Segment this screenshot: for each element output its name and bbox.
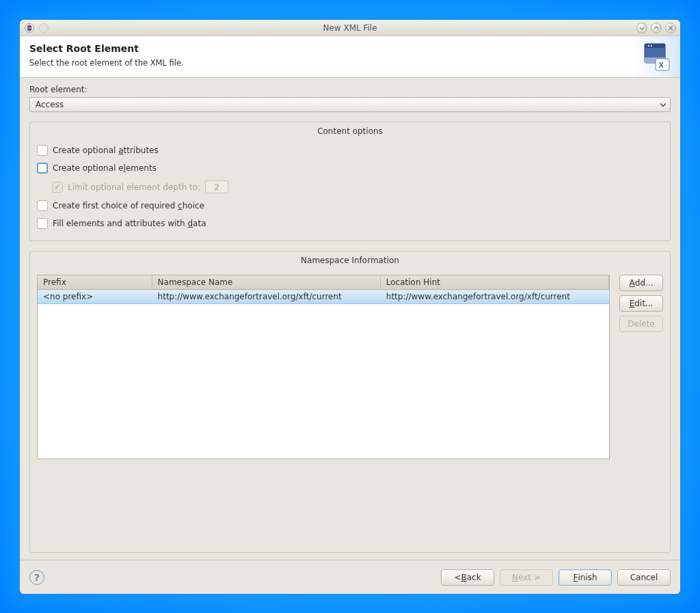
- column-header-name[interactable]: Namespace Name: [152, 275, 380, 290]
- root-element-label: Root element:: [29, 85, 671, 94]
- svg-point-6: [651, 45, 652, 46]
- close-button[interactable]: [665, 23, 676, 33]
- wizard-header: Select Root Element Select the root elem…: [20, 36, 680, 78]
- first-choice-checkbox[interactable]: [37, 200, 48, 211]
- namespace-group: Namespace Information Prefix Namespace N…: [29, 251, 671, 553]
- titlebar: New XML File: [20, 20, 680, 36]
- eclipse-app-icon: [24, 23, 35, 33]
- titlebar-secondary-icon: [39, 23, 49, 33]
- add-button[interactable]: Add...: [619, 275, 663, 291]
- svg-point-5: [648, 45, 649, 46]
- help-icon[interactable]: ?: [29, 570, 44, 585]
- wizard-banner-icon: X: [632, 36, 680, 77]
- first-choice-label: Create first choice of required choice: [53, 201, 204, 210]
- namespace-title: Namespace Information: [37, 256, 663, 265]
- cancel-button[interactable]: Cancel: [617, 569, 671, 586]
- namespace-table[interactable]: Prefix Namespace Name Location Hint <no …: [37, 275, 610, 459]
- wizard-footer: ? < Back Next > Finish Cancel: [20, 560, 680, 594]
- svg-rect-4: [645, 44, 665, 48]
- finish-button[interactable]: Finish: [558, 569, 612, 586]
- wizard-body: Root element: Access Content options Cre…: [20, 78, 680, 560]
- column-header-hint[interactable]: Location Hint: [380, 275, 608, 290]
- window-title: New XML File: [20, 23, 680, 33]
- create-attributes-checkbox[interactable]: [37, 145, 48, 156]
- maximize-button[interactable]: [651, 23, 662, 33]
- back-button[interactable]: < Back: [441, 569, 494, 586]
- page-title: Select Root Element: [29, 43, 623, 54]
- svg-text:X: X: [659, 62, 664, 69]
- create-attributes-label: Create optional attributes: [53, 146, 159, 155]
- svg-rect-2: [27, 27, 32, 28]
- wizard-window: New XML File Select Root Element Select …: [20, 20, 680, 594]
- column-header-prefix[interactable]: Prefix: [38, 275, 152, 290]
- limit-depth-spinner: 2: [205, 180, 228, 193]
- page-subtitle: Select the root element of the XML file.: [29, 58, 623, 68]
- edit-button[interactable]: Edit...: [619, 295, 663, 312]
- cell-hint: http://www.exchangefortravel.org/xft/cur…: [380, 290, 608, 304]
- fill-data-label: Fill elements and attributes with data: [53, 219, 206, 228]
- fill-data-checkbox[interactable]: [37, 218, 48, 229]
- create-elements-checkbox[interactable]: [37, 163, 48, 174]
- cell-name: http://www.exchangefortravel.org/xft/cur…: [152, 290, 380, 304]
- limit-depth-checkbox: ✓: [52, 182, 63, 193]
- create-elements-label: Create optional elements: [53, 163, 157, 173]
- content-options-group: Content options Create optional attribut…: [29, 122, 671, 241]
- minimize-button[interactable]: [636, 23, 647, 33]
- root-element-select[interactable]: Access: [29, 97, 671, 112]
- table-row[interactable]: <no prefix> http://www.exchangefortravel…: [38, 290, 609, 304]
- content-options-title: Content options: [37, 126, 663, 136]
- next-button: Next >: [500, 569, 553, 586]
- root-element-value: Access: [36, 100, 64, 109]
- limit-depth-label: Limit optional element depth to:: [68, 182, 200, 192]
- cell-prefix: <no prefix>: [38, 290, 152, 304]
- delete-button: Delete: [619, 316, 663, 332]
